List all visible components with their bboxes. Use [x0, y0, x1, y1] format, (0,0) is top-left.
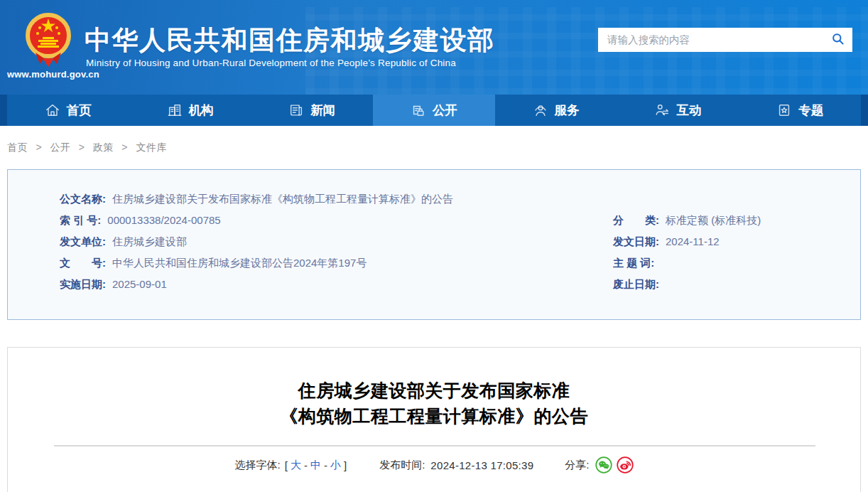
- article-info-row: 选择字体: [ 大 - 中 - 小 ] 发布时间: 2024-12-13 17:…: [8, 456, 860, 474]
- site-header: www.mohurd.gov.cn 中华人民共和国住房和城乡建设部 Minist…: [0, 0, 868, 95]
- nav-label: 新闻: [310, 102, 335, 119]
- breadcrumb: 首页 > 公开 > 政策 > 文件库: [7, 141, 167, 154]
- search-input[interactable]: [598, 28, 823, 52]
- meta-label: 发文单位:: [60, 235, 106, 247]
- share-icons: [595, 456, 634, 474]
- meta-row-doc-number: 文 号:中华人民共和国住房和城乡建设部公告2024年第197号: [60, 256, 367, 270]
- organization-icon: [167, 102, 183, 118]
- title-divider: [54, 445, 815, 446]
- nav-item-topics[interactable]: 专题: [739, 95, 861, 126]
- meta-label: 实施日期:: [60, 278, 106, 290]
- search-box: [598, 28, 852, 52]
- font-size-small[interactable]: 小: [330, 459, 341, 472]
- meta-label: 发文日期:: [613, 235, 659, 247]
- meta-row-index-number: 索 引 号:000013338/2024-00785: [60, 213, 221, 228]
- main-nav: 首页 机构 新闻 公开 服务: [0, 95, 868, 126]
- nav-label: 机构: [189, 102, 214, 119]
- nav-label: 首页: [67, 102, 92, 119]
- nav-label: 公开: [433, 102, 457, 119]
- breadcrumb-link-home[interactable]: 首页: [7, 141, 28, 153]
- national-emblem-logo[interactable]: [26, 9, 71, 70]
- topics-icon: [776, 102, 792, 118]
- font-size-dash: -: [324, 459, 327, 471]
- service-icon: [533, 102, 548, 118]
- share-group: 分享:: [565, 456, 633, 474]
- meta-value: 中华人民共和国住房和城乡建设部公告2024年第197号: [112, 257, 367, 269]
- meta-row-issue-date: 发文日期:2024-11-12: [613, 235, 720, 249]
- publish-time: 发布时间: 2024-12-13 17:05:39: [379, 459, 533, 472]
- meta-row-category: 分 类:标准定额 (标准科技): [613, 213, 761, 228]
- nav-item-interaction[interactable]: 互动: [617, 95, 739, 126]
- font-size-large[interactable]: 大: [291, 459, 301, 472]
- breadcrumb-link-library[interactable]: 文件库: [136, 141, 167, 153]
- search-icon: [831, 32, 845, 48]
- meta-label: 索 引 号:: [60, 214, 101, 226]
- nav-item-news[interactable]: 新闻: [251, 95, 373, 126]
- publish-time-value: 2024-12-13 17:05:39: [430, 459, 533, 471]
- meta-value: 2025-09-01: [112, 278, 167, 290]
- article-title-line2: 《构筑物工程工程量计算标准》的公告: [8, 403, 860, 429]
- wechat-share-icon[interactable]: [595, 456, 612, 474]
- weibo-share-icon[interactable]: [617, 456, 634, 474]
- breadcrumb-link-policy[interactable]: 政策: [93, 141, 114, 153]
- nav-item-home[interactable]: 首页: [7, 95, 129, 126]
- home-icon: [45, 102, 60, 118]
- font-size-selector: 选择字体: [ 大 - 中 - 小 ]: [234, 459, 348, 472]
- meta-value: 000013338/2024-00785: [107, 214, 220, 226]
- meta-row-keywords: 主 题 词:: [613, 256, 661, 270]
- meta-label: 主 题 词:: [613, 257, 654, 269]
- meta-row-implementation-date: 实施日期:2025-09-01: [60, 277, 167, 292]
- site-url: www.mohurd.gov.cn: [7, 69, 89, 80]
- bracket-open: [: [285, 459, 288, 471]
- meta-row-doc-name: 公文名称:住房城乡建设部关于发布国家标准《构筑物工程工程量计算标准》的公告: [60, 192, 453, 206]
- meta-label: 废止日期:: [613, 278, 659, 290]
- disclosure-icon: [411, 102, 426, 118]
- article-panel: 住房城乡建设部关于发布国家标准 《构筑物工程工程量计算标准》的公告 选择字体: …: [7, 347, 861, 492]
- meta-value: 2024-11-12: [666, 235, 720, 247]
- meta-value: 住房城乡建设部: [112, 235, 187, 247]
- breadcrumb-link-disclosure[interactable]: 公开: [50, 141, 70, 153]
- meta-row-repeal-date: 废止日期:: [613, 277, 666, 292]
- meta-label: 文 号:: [60, 257, 106, 269]
- font-size-label: 选择字体:: [234, 459, 280, 472]
- meta-value: 住房城乡建设部关于发布国家标准《构筑物工程工程量计算标准》的公告: [112, 193, 453, 205]
- publish-time-label: 发布时间:: [379, 459, 425, 472]
- breadcrumb-separator: >: [79, 141, 85, 153]
- breadcrumb-separator: >: [36, 141, 42, 153]
- nav-item-service[interactable]: 服务: [495, 95, 617, 126]
- meta-row-issuing-unit: 发文单位:住房城乡建设部: [60, 235, 187, 249]
- nav-label: 专题: [798, 102, 823, 119]
- font-size-dash: -: [304, 459, 308, 471]
- doc-meta-panel: 公文名称:住房城乡建设部关于发布国家标准《构筑物工程工程量计算标准》的公告 索 …: [7, 169, 861, 320]
- nav-item-organization[interactable]: 机构: [129, 95, 251, 126]
- main-nav-inner: 首页 机构 新闻 公开 服务: [7, 95, 861, 126]
- meta-label: 公文名称:: [60, 193, 106, 205]
- news-icon: [288, 102, 304, 118]
- breadcrumb-separator: >: [121, 141, 128, 153]
- search-button[interactable]: [823, 28, 852, 52]
- bracket-close: ]: [344, 459, 347, 471]
- nav-item-disclosure[interactable]: 公开: [373, 95, 495, 126]
- article-title: 住房城乡建设部关于发布国家标准 《构筑物工程工程量计算标准》的公告: [8, 378, 860, 429]
- site-title-cn: 中华人民共和国住房和城乡建设部: [85, 23, 495, 58]
- meta-label: 分 类:: [613, 214, 659, 226]
- meta-value: 标准定额 (标准科技): [666, 214, 761, 226]
- interaction-icon: [654, 102, 670, 118]
- nav-label: 服务: [555, 102, 580, 119]
- nav-label: 互动: [676, 102, 701, 119]
- font-size-medium[interactable]: 中: [310, 459, 321, 472]
- article-title-line1: 住房城乡建设部关于发布国家标准: [8, 378, 860, 403]
- share-label: 分享:: [565, 459, 589, 472]
- site-title-en: Ministry of Housing and Urban-Rural Deve…: [86, 58, 456, 68]
